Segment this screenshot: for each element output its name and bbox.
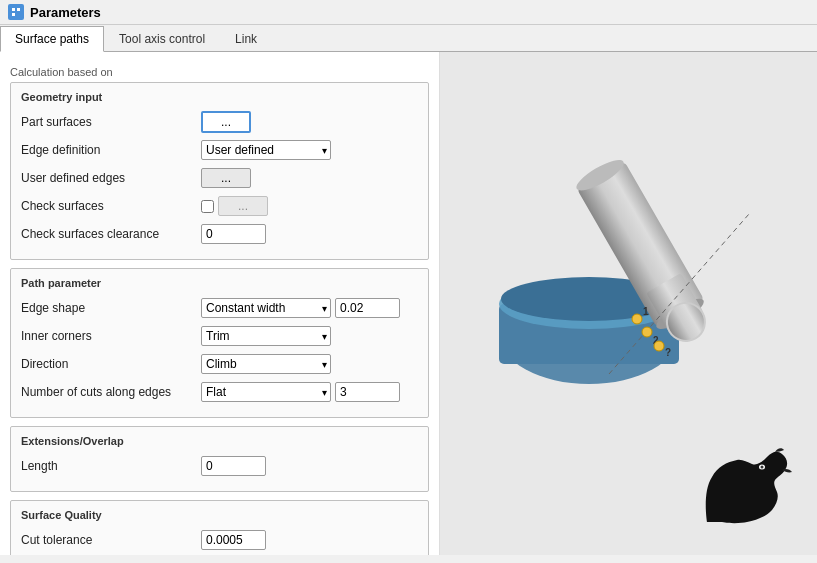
window-title: Parameters	[30, 5, 101, 20]
svg-point-17	[642, 327, 652, 337]
window-icon	[8, 4, 24, 20]
path-group: Path parameter Edge shape Constant width…	[10, 268, 429, 418]
num-cuts-select[interactable]: Flat Round	[201, 382, 331, 402]
cut-tolerance-input[interactable]	[201, 530, 266, 550]
edge-shape-select[interactable]: Constant width Variable width	[201, 298, 331, 318]
inner-corners-label: Inner corners	[21, 329, 201, 343]
check-surfaces-checkbox[interactable]	[201, 200, 214, 213]
svg-point-19	[654, 341, 664, 351]
cut-tolerance-label: Cut tolerance	[21, 533, 201, 547]
check-surfaces-row: Check surfaces ...	[21, 195, 418, 217]
cut-tolerance-row: Cut tolerance	[21, 529, 418, 551]
geometry-title: Geometry input	[21, 91, 418, 103]
svg-rect-3	[12, 13, 15, 16]
edge-definition-label: Edge definition	[21, 143, 201, 157]
quality-title: Surface Quality	[21, 509, 418, 521]
direction-row: Direction Climb Conventional	[21, 353, 418, 375]
edge-shape-label: Edge shape	[21, 301, 201, 315]
part-surfaces-button[interactable]: ...	[201, 111, 251, 133]
tab-bar: Surface paths Tool axis control Link	[0, 25, 817, 52]
left-panel: Calculation based on Geometry input Part…	[0, 52, 440, 555]
tab-link[interactable]: Link	[220, 26, 272, 52]
path-title: Path parameter	[21, 277, 418, 289]
edge-definition-row: Edge definition User defined Automatic	[21, 139, 418, 161]
user-defined-edges-label: User defined edges	[21, 171, 201, 185]
num-cuts-row: Number of cuts along edges Flat Round	[21, 381, 418, 403]
length-label: Length	[21, 459, 201, 473]
svg-rect-1	[12, 8, 15, 11]
num-cuts-label: Number of cuts along edges	[21, 385, 201, 399]
right-panel: 1 2 ?	[440, 52, 817, 555]
tab-tool-axis-control[interactable]: Tool axis control	[104, 26, 220, 52]
length-input[interactable]	[201, 456, 266, 476]
check-surfaces-clearance-label: Check surfaces clearance	[21, 227, 201, 241]
svg-rect-0	[10, 6, 22, 18]
inner-corners-select[interactable]: Trim Round Sharp	[201, 326, 331, 346]
svg-point-15	[632, 314, 642, 324]
geometry-group: Geometry input Part surfaces ... Edge de…	[10, 82, 429, 260]
svg-point-22	[761, 466, 764, 469]
tab-surface-paths[interactable]: Surface paths	[0, 26, 104, 52]
check-surfaces-clearance-input[interactable]	[201, 224, 266, 244]
svg-text:?: ?	[665, 347, 671, 358]
edge-shape-row: Edge shape Constant width Variable width	[21, 297, 418, 319]
brand-logo	[687, 442, 807, 545]
num-cuts-value[interactable]	[335, 382, 400, 402]
calculation-label: Calculation based on	[10, 66, 429, 78]
length-row: Length	[21, 455, 418, 477]
direction-select[interactable]: Climb Conventional	[201, 354, 331, 374]
check-surfaces-button: ...	[218, 196, 268, 216]
tool-illustration: 1 2 ?	[489, 134, 789, 414]
edge-definition-select[interactable]: User defined Automatic	[201, 140, 331, 160]
svg-rect-2	[17, 8, 20, 11]
part-surfaces-label: Part surfaces	[21, 115, 201, 129]
edge-shape-value[interactable]	[335, 298, 400, 318]
check-surfaces-label: Check surfaces	[21, 199, 201, 213]
svg-text:1: 1	[643, 306, 649, 317]
title-bar: Parameters	[0, 0, 817, 25]
extensions-title: Extensions/Overlap	[21, 435, 418, 447]
check-surfaces-clearance-row: Check surfaces clearance	[21, 223, 418, 245]
user-defined-edges-row: User defined edges ...	[21, 167, 418, 189]
quality-group: Surface Quality Cut tolerance	[10, 500, 429, 555]
part-surfaces-row: Part surfaces ...	[21, 111, 418, 133]
user-defined-edges-button[interactable]: ...	[201, 168, 251, 188]
direction-label: Direction	[21, 357, 201, 371]
inner-corners-row: Inner corners Trim Round Sharp	[21, 325, 418, 347]
extensions-group: Extensions/Overlap Length	[10, 426, 429, 492]
